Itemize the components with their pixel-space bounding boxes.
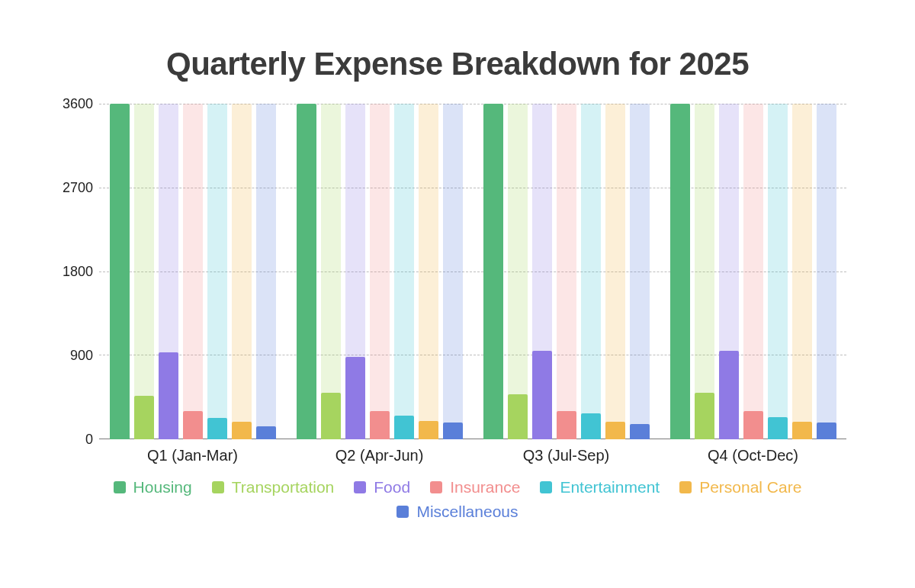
bar-slot xyxy=(443,104,463,439)
bar-background xyxy=(695,104,714,439)
bar xyxy=(207,418,227,439)
bar-slot xyxy=(134,104,154,439)
bar xyxy=(134,396,154,439)
legend-item: Personal Care xyxy=(679,478,801,496)
bar-slot xyxy=(370,104,390,439)
bar xyxy=(297,104,316,439)
bar-slot xyxy=(297,104,316,439)
bar-background xyxy=(419,104,438,439)
bar xyxy=(110,104,130,439)
plot-area: 0900180027003600 xyxy=(99,104,846,439)
x-tick-label: Q2 (Apr-Jun) xyxy=(286,447,473,464)
chart-title: Quarterly Expense Breakdown for 2025 xyxy=(166,46,749,82)
bar-slot xyxy=(743,104,763,439)
y-axis: 0900180027003600 xyxy=(53,104,99,439)
bar-background xyxy=(817,104,836,439)
bar-background xyxy=(370,104,390,439)
bar xyxy=(483,104,503,439)
bar xyxy=(345,357,365,439)
bar xyxy=(183,411,203,439)
bar-background xyxy=(508,104,528,439)
bar-slot xyxy=(321,104,341,439)
legend-item: Transportation xyxy=(212,478,335,496)
bar-slot xyxy=(719,104,739,439)
bar-background xyxy=(768,104,788,439)
legend-swatch xyxy=(679,481,692,493)
bar-background xyxy=(581,104,601,439)
bar-slot xyxy=(792,104,812,439)
x-tick-label: Q3 (Jul-Sep) xyxy=(473,447,660,464)
bar xyxy=(581,413,601,439)
bar xyxy=(321,393,341,439)
bar-slot xyxy=(630,104,650,439)
y-tick: 3600 xyxy=(63,96,93,112)
legend-label: Food xyxy=(374,478,410,496)
y-tick: 1800 xyxy=(63,264,93,280)
bar-slot xyxy=(256,104,276,439)
legend-item: Entertainment xyxy=(540,478,660,496)
bar-slot xyxy=(508,104,528,439)
bar-slot xyxy=(581,104,601,439)
bar xyxy=(605,422,625,439)
y-tick: 0 xyxy=(85,432,93,448)
bar-background xyxy=(134,104,154,439)
legend-item: Miscellaneous xyxy=(396,503,518,521)
x-tick-label: Q1 (Jan-Mar) xyxy=(99,447,286,464)
bar-slot xyxy=(670,104,690,439)
bar-background xyxy=(605,104,625,439)
bar-group xyxy=(473,104,660,439)
bar xyxy=(670,104,690,439)
legend-label: Transportation xyxy=(232,478,335,496)
bar-background xyxy=(207,104,227,439)
bar xyxy=(256,426,276,439)
bar-slot xyxy=(532,104,552,439)
bar-group xyxy=(286,104,473,439)
y-tick: 900 xyxy=(70,348,93,364)
x-axis-labels: Q1 (Jan-Mar)Q2 (Apr-Jun)Q3 (Jul-Sep)Q4 (… xyxy=(99,447,846,464)
bar-groups xyxy=(99,104,846,439)
bar-slot xyxy=(159,104,178,439)
bar xyxy=(630,424,650,439)
bar-slot xyxy=(419,104,438,439)
bar-slot xyxy=(207,104,227,439)
bar-background xyxy=(321,104,341,439)
legend-item: Food xyxy=(354,478,410,496)
bar xyxy=(508,394,528,439)
bar xyxy=(817,423,836,439)
bar-background xyxy=(443,104,463,439)
bar xyxy=(394,416,414,439)
bar-background xyxy=(792,104,812,439)
bar-slot xyxy=(183,104,203,439)
bar xyxy=(232,422,252,439)
bar-slot xyxy=(394,104,414,439)
bar xyxy=(557,411,576,439)
bar-slot xyxy=(768,104,788,439)
bar-slot xyxy=(232,104,252,439)
bar-background xyxy=(630,104,650,439)
bar-background xyxy=(394,104,414,439)
legend-label: Insurance xyxy=(450,478,520,496)
bar-slot xyxy=(557,104,576,439)
legend: HousingTransportationFoodInsuranceEntert… xyxy=(84,478,831,521)
bar-slot xyxy=(110,104,130,439)
legend-swatch xyxy=(354,481,366,493)
bar xyxy=(419,421,438,439)
legend-label: Housing xyxy=(133,478,192,496)
bar-background xyxy=(256,104,276,439)
bar-background xyxy=(557,104,576,439)
y-tick: 2700 xyxy=(63,180,93,196)
bar-slot xyxy=(605,104,625,439)
bar xyxy=(159,352,178,439)
bar xyxy=(719,351,739,439)
bar-slot xyxy=(345,104,365,439)
legend-label: Personal Care xyxy=(699,478,801,496)
bar-group xyxy=(660,104,846,439)
x-tick-label: Q4 (Oct-Dec) xyxy=(660,447,846,464)
bar xyxy=(695,393,714,439)
bar xyxy=(743,411,763,439)
legend-swatch xyxy=(212,481,224,493)
bar-background xyxy=(232,104,252,439)
bar xyxy=(768,417,788,439)
legend-label: Entertainment xyxy=(560,478,660,496)
bar-slot xyxy=(817,104,836,439)
